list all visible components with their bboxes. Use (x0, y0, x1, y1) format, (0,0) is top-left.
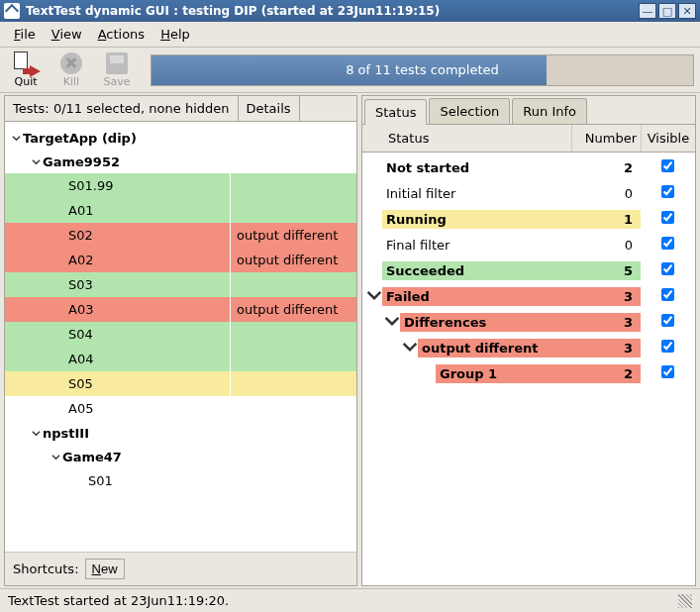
status-line: TextTest started at 23Jun11:19:20. (0, 588, 700, 612)
minimize-button[interactable]: — (639, 3, 656, 19)
kill-button: Kill (51, 51, 91, 88)
status-number: 3 (577, 339, 641, 357)
details-header: Details (239, 96, 300, 121)
status-number: 1 (577, 210, 641, 229)
chevron-down-icon[interactable] (49, 453, 62, 461)
status-label: Not started (382, 158, 577, 177)
test-name: S02 (68, 228, 93, 243)
test-row[interactable]: A01 (5, 198, 356, 223)
left-panel: Tests: 0/11 selected, none hidden Detail… (4, 95, 357, 586)
chevron-down-icon[interactable] (366, 287, 382, 306)
menu-help[interactable]: Help (154, 25, 196, 44)
col-number: Number (571, 125, 641, 152)
quit-button[interactable]: Quit (6, 51, 46, 88)
status-number: 2 (577, 158, 641, 177)
chevron-down-icon[interactable] (9, 134, 23, 143)
status-row[interactable]: output different3 (362, 335, 695, 360)
status-label: Running (382, 210, 577, 229)
test-name: S04 (68, 327, 93, 342)
status-label: Initial filter (382, 184, 577, 203)
test-row[interactable]: S03 (5, 272, 356, 297)
tree-root[interactable]: TargetApp (dip) (5, 126, 356, 150)
visible-checkbox[interactable] (661, 340, 674, 353)
kill-icon (60, 52, 82, 74)
status-number: 2 (577, 364, 641, 383)
tree-suite[interactable]: Game9952 (5, 150, 356, 173)
progress-text: 8 of 11 tests completed (151, 55, 693, 85)
status-number: 0 (577, 236, 641, 255)
menu-file[interactable]: File (8, 25, 42, 44)
visible-checkbox[interactable] (661, 314, 674, 327)
test-name: S05 (68, 376, 93, 391)
status-number: 5 (577, 261, 641, 280)
tree-suite[interactable]: Game47 (5, 445, 356, 468)
status-row[interactable]: Running1 (362, 206, 695, 232)
test-row[interactable]: S02output different (5, 223, 356, 248)
maximize-button[interactable]: □ (658, 3, 676, 19)
test-row[interactable]: A02output different (5, 248, 356, 272)
close-button[interactable]: ✕ (678, 3, 696, 19)
shortcuts-label: Shortcuts: (13, 561, 79, 576)
progress-bar: 8 of 11 tests completed (150, 54, 694, 86)
test-name: A04 (68, 352, 93, 366)
test-row[interactable]: S04 (5, 322, 356, 347)
status-label: Final filter (382, 236, 577, 255)
visible-checkbox[interactable] (661, 237, 674, 250)
shortcuts-bar: Shortcuts: New (5, 552, 356, 585)
status-row[interactable]: Differences3 (362, 309, 695, 335)
tree-suite[interactable]: npstIII (5, 421, 356, 445)
status-row[interactable]: Succeeded5 (362, 257, 695, 283)
test-row[interactable]: A03output different (5, 297, 356, 322)
chevron-down-icon[interactable] (29, 157, 43, 166)
menu-actions[interactable]: Actions (92, 25, 151, 44)
test-row[interactable]: S05 (5, 371, 356, 396)
col-status: Status (384, 125, 571, 152)
tab-selection[interactable]: Selection (429, 98, 510, 124)
test-row[interactable]: S01 (5, 468, 356, 493)
status-row[interactable]: Initial filter0 (362, 180, 695, 206)
status-header: Status Number Visible (362, 125, 695, 153)
test-detail: output different (237, 302, 338, 317)
test-row[interactable]: S01.99 (5, 173, 356, 198)
quit-icon (14, 51, 38, 75)
save-button: Save (97, 51, 137, 88)
test-row[interactable]: A05 (5, 396, 356, 421)
status-number: 0 (577, 184, 641, 203)
tab-status[interactable]: Status (364, 99, 427, 125)
status-row[interactable]: Failed3 (362, 283, 695, 309)
visible-checkbox[interactable] (661, 288, 674, 301)
status-text: TextTest started at 23Jun11:19:20. (8, 593, 229, 608)
test-name: A03 (68, 302, 93, 317)
status-label: Group 1 (436, 364, 577, 383)
test-name: A01 (68, 203, 93, 218)
status-row[interactable]: Group 12 (362, 360, 695, 386)
test-row[interactable]: A04 (5, 347, 356, 371)
window-title: TextTest dynamic GUI : testing DIP (star… (26, 4, 639, 18)
menu-view[interactable]: View (46, 25, 88, 44)
resize-grip-icon[interactable] (678, 594, 692, 608)
status-body[interactable]: Not started2Initial filter0Running1Final… (362, 153, 695, 585)
test-name: A05 (68, 401, 93, 416)
app-icon (4, 3, 20, 19)
save-icon (106, 52, 128, 74)
menu-bar: File View Actions Help (0, 22, 700, 48)
status-row[interactable]: Not started2 (362, 154, 695, 180)
test-detail: output different (237, 228, 338, 243)
chevron-down-icon[interactable] (29, 429, 43, 438)
visible-checkbox[interactable] (661, 365, 674, 378)
test-tree[interactable]: TargetApp (dip) Game9952 S01.99A01S02out… (5, 122, 356, 552)
test-name: S01 (88, 473, 113, 488)
status-row[interactable]: Final filter0 (362, 232, 695, 257)
selection-summary: Tests: 0/11 selected, none hidden (5, 96, 239, 121)
chevron-down-icon[interactable] (384, 313, 400, 332)
title-bar: TextTest dynamic GUI : testing DIP (star… (0, 0, 700, 22)
test-detail: output different (237, 253, 338, 267)
visible-checkbox[interactable] (661, 159, 674, 172)
new-shortcut-button[interactable]: New (85, 559, 125, 579)
chevron-down-icon[interactable] (402, 339, 418, 357)
status-label: Differences (400, 313, 577, 332)
tab-runinfo[interactable]: Run Info (512, 98, 587, 124)
visible-checkbox[interactable] (661, 211, 674, 224)
visible-checkbox[interactable] (661, 262, 674, 275)
visible-checkbox[interactable] (661, 185, 674, 198)
